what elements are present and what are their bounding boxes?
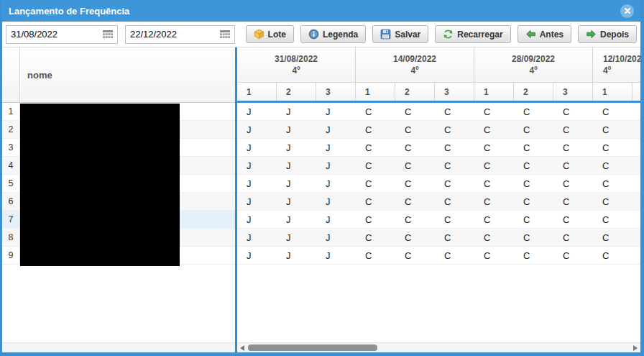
salvar-button[interactable]: Salvar [372, 25, 428, 43]
lesson-column-header[interactable]: 1 [593, 83, 632, 101]
lesson-column-header[interactable]: 2 [395, 83, 435, 101]
attendance-cell[interactable]: C [593, 175, 632, 192]
attendance-cell[interactable]: C [474, 157, 514, 174]
attendance-cell[interactable]: C [514, 211, 553, 228]
depois-button[interactable]: Depois [578, 25, 637, 43]
attendance-cell[interactable]: J [237, 175, 277, 192]
attendance-cell[interactable]: C [356, 103, 395, 120]
attendance-cell[interactable]: J [277, 103, 316, 120]
name-column-header[interactable]: nome [20, 47, 235, 102]
attendance-cell[interactable]: C [435, 157, 474, 174]
attendance-cell[interactable]: C [356, 211, 395, 228]
attendance-cell[interactable]: C [593, 211, 632, 228]
antes-button[interactable]: Antes [518, 25, 571, 43]
attendance-cell[interactable]: C [474, 103, 514, 120]
attendance-cell[interactable]: C [632, 121, 640, 138]
attendance-cell[interactable]: C [395, 121, 435, 138]
start-date-input[interactable] [11, 29, 100, 40]
attendance-cell[interactable]: J [316, 211, 356, 228]
attendance-cell[interactable]: J [316, 175, 356, 192]
attendance-cell[interactable]: C [356, 139, 395, 156]
calendar-icon[interactable] [220, 30, 230, 39]
attendance-cell[interactable]: J [316, 193, 356, 210]
attendance-cell[interactable]: C [474, 121, 514, 138]
attendance-cell[interactable]: J [237, 193, 277, 210]
attendance-cell[interactable]: J [237, 121, 277, 138]
attendance-cell[interactable]: C [514, 157, 553, 174]
attendance-cell[interactable]: J [316, 247, 356, 264]
attendance-cell[interactable]: J [237, 211, 277, 228]
attendance-cell[interactable]: C [356, 229, 395, 246]
attendance-cell[interactable]: C [474, 139, 514, 156]
attendance-cell[interactable]: C [356, 175, 395, 192]
attendance-cell[interactable]: C [514, 103, 553, 120]
attendance-cell[interactable]: C [474, 211, 514, 228]
attendance-cell[interactable]: C [356, 121, 395, 138]
attendance-cell[interactable]: J [237, 229, 277, 246]
attendance-cell[interactable]: J [277, 121, 316, 138]
lesson-column-header[interactable]: 3 [316, 83, 356, 101]
attendance-cell[interactable]: J [316, 229, 356, 246]
legenda-button[interactable]: Legenda [300, 25, 366, 43]
attendance-cell[interactable]: C [553, 157, 593, 174]
attendance-cell[interactable]: C [474, 193, 514, 210]
attendance-cell[interactable]: C [435, 193, 474, 210]
date-group-header[interactable]: 31/08/20224º [237, 47, 356, 83]
attendance-cell[interactable]: C [356, 247, 395, 264]
scroll-left-arrow-icon[interactable] [239, 344, 246, 352]
lesson-column-header[interactable]: 2 [277, 83, 316, 101]
lesson-column-header[interactable]: 3 [553, 83, 593, 101]
attendance-cell[interactable]: J [316, 139, 356, 156]
horizontal-scrollbar[interactable] [237, 342, 640, 352]
attendance-cell[interactable]: C [395, 157, 435, 174]
attendance-cell[interactable]: J [277, 247, 316, 264]
attendance-cell[interactable]: C [553, 211, 593, 228]
attendance-cell[interactable]: C [632, 247, 640, 264]
attendance-cell[interactable]: C [474, 229, 514, 246]
lesson-column-header[interactable]: 1 [237, 83, 277, 101]
attendance-cell[interactable]: C [435, 175, 474, 192]
lesson-column-header[interactable]: 2 [632, 83, 640, 101]
attendance-cell[interactable]: C [553, 139, 593, 156]
lote-button[interactable]: Lote [246, 25, 294, 43]
attendance-cell[interactable]: C [435, 247, 474, 264]
attendance-cell[interactable]: C [632, 175, 640, 192]
attendance-cell[interactable]: J [277, 193, 316, 210]
lesson-column-header[interactable]: 2 [514, 83, 553, 101]
attendance-cell[interactable]: C [553, 103, 593, 120]
attendance-cell[interactable]: C [632, 157, 640, 174]
attendance-cell[interactable]: C [356, 157, 395, 174]
attendance-cell[interactable]: J [237, 247, 277, 264]
attendance-cell[interactable]: C [593, 139, 632, 156]
attendance-cell[interactable]: C [395, 103, 435, 120]
lesson-column-header[interactable]: 3 [435, 83, 474, 101]
calendar-icon[interactable] [103, 30, 113, 39]
lesson-column-header[interactable]: 1 [474, 83, 514, 101]
attendance-cell[interactable]: C [593, 121, 632, 138]
attendance-cell[interactable]: C [553, 121, 593, 138]
attendance-cell[interactable]: J [237, 103, 277, 120]
attendance-cell[interactable]: J [277, 157, 316, 174]
attendance-cell[interactable]: C [514, 247, 553, 264]
attendance-cell[interactable]: J [277, 139, 316, 156]
attendance-cell[interactable]: C [514, 193, 553, 210]
attendance-cell[interactable]: J [277, 229, 316, 246]
attendance-cell[interactable]: C [435, 103, 474, 120]
attendance-cell[interactable]: C [435, 211, 474, 228]
date-group-header[interactable]: 14/09/20224º [356, 47, 474, 83]
attendance-cell[interactable]: C [395, 139, 435, 156]
attendance-cell[interactable]: C [553, 247, 593, 264]
attendance-cell[interactable]: C [553, 193, 593, 210]
attendance-cell[interactable]: C [514, 175, 553, 192]
attendance-cell[interactable]: C [474, 175, 514, 192]
attendance-cell[interactable]: C [593, 103, 632, 120]
attendance-cell[interactable]: C [435, 121, 474, 138]
close-button[interactable] [620, 4, 634, 18]
attendance-cell[interactable]: C [356, 193, 395, 210]
date-group-header[interactable]: 28/09/20224º [474, 47, 593, 83]
recarregar-button[interactable]: Recarregar [435, 25, 510, 43]
attendance-cell[interactable]: J [316, 121, 356, 138]
attendance-cell[interactable]: C [395, 193, 435, 210]
end-date-input[interactable] [130, 29, 217, 40]
attendance-cell[interactable]: C [553, 229, 593, 246]
